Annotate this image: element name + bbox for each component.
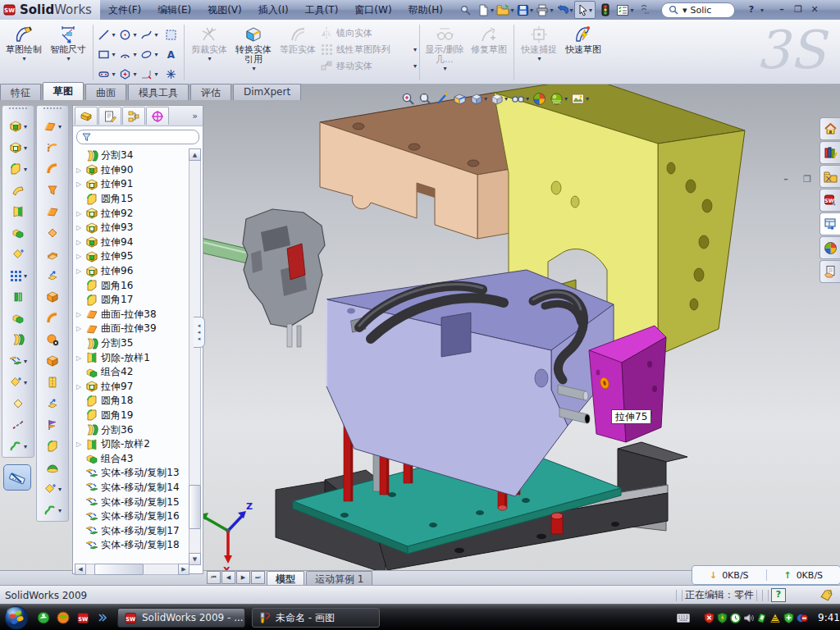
help-button[interactable]: ? (743, 3, 760, 16)
tree-item[interactable]: 分割34 (75, 148, 188, 163)
scroll-left-button[interactable]: ◀ (75, 564, 86, 575)
minimize-button[interactable]: – (774, 3, 790, 16)
dropdown-caret-icon[interactable]: ▾ (252, 65, 255, 72)
select-cursor-icon[interactable]: ▾ (574, 1, 596, 19)
rib-icon[interactable] (6, 286, 30, 308)
doc-minimize-button[interactable]: – (778, 173, 794, 186)
vertical-scroll-thumb[interactable] (189, 485, 201, 529)
tree-item[interactable]: 实体-移动/复制15 (75, 495, 188, 509)
rebuild-icon[interactable] (596, 2, 615, 18)
search-dropdown-icon[interactable]: ▾ (682, 5, 687, 16)
swept-boss-icon[interactable] (6, 180, 30, 201)
tree-item[interactable]: 实体-移动/复制13 (75, 466, 188, 481)
tree-item[interactable]: ▷切除-放样2 (75, 437, 188, 452)
horizontal-scroll-thumb[interactable] (94, 564, 144, 575)
lofted-boss-icon[interactable] (6, 201, 30, 222)
scroll-up-button[interactable]: ▲ (189, 148, 201, 161)
tab-模具工具[interactable]: 模具工具 (128, 84, 189, 100)
menu-item[interactable]: 编辑(E) (149, 2, 199, 19)
tree-item[interactable]: 实体-移动/复制14 (75, 481, 188, 495)
ellipse-sketch-icon[interactable]: ▾ (139, 44, 160, 64)
spline-sketch-icon[interactable]: ▾ (139, 25, 160, 44)
volume-icon[interactable] (743, 613, 754, 623)
appearances-scenes-icon[interactable] (819, 236, 840, 259)
tree-item[interactable]: 圆角18 (75, 394, 188, 409)
thicken-icon[interactable] (40, 414, 65, 436)
keyboard-icon[interactable] (677, 614, 690, 623)
tab-nav-3[interactable]: ⏭ (251, 571, 265, 584)
boundary-boss-icon[interactable] (6, 222, 30, 244)
edit-appearance-icon[interactable] (532, 91, 547, 107)
sketch-pencil-button[interactable]: 草图绘制▾ (2, 21, 46, 84)
slot-sketch-icon[interactable]: ▾ (96, 64, 117, 84)
tab-评估[interactable]: 评估 (190, 84, 231, 100)
antivirus-icon[interactable] (704, 612, 714, 623)
curve-tool-icon[interactable]: ▾ (40, 500, 65, 521)
toolbar-grip-handle[interactable] (43, 107, 62, 114)
tree-item[interactable]: ▷拉伸97 (75, 380, 188, 395)
tree-item[interactable]: 实体-移动/复制16 (75, 509, 188, 524)
pin-icon[interactable] (456, 2, 476, 18)
tree-item[interactable]: ▷切除-放样1 (75, 350, 188, 365)
circle-sketch-icon[interactable]: ▾ (117, 25, 139, 44)
expand-arrow-icon[interactable]: ▷ (75, 210, 83, 217)
network-warning-icon[interactable] (769, 613, 781, 623)
close-button[interactable]: ✕ (806, 3, 823, 16)
model-tab-2[interactable]: 运动算例 1 (306, 571, 372, 586)
tree-filter-input[interactable] (76, 130, 199, 144)
menu-item[interactable]: 文件(F) (100, 2, 149, 19)
restore-button[interactable]: ❐ (790, 3, 806, 16)
dropdown-caret-icon[interactable]: ▾ (22, 55, 25, 62)
extruded-cut-icon[interactable]: ▾ (6, 137, 30, 158)
move-face-icon[interactable] (40, 265, 65, 286)
tree-item[interactable]: ▷拉伸93 (75, 221, 188, 235)
tab-DimXpert[interactable]: DimXpert (233, 84, 301, 100)
search-input[interactable]: ▾ Solic (661, 2, 735, 18)
doc-restore-button[interactable]: ❐ (799, 173, 815, 186)
rapid-sketch-button[interactable]: 快速草图 (561, 21, 605, 84)
dropdown-caret-icon[interactable]: ▾ (413, 46, 417, 53)
tree-item[interactable]: 组合43 (75, 451, 188, 466)
smart-dimension-button[interactable]: 智能尺寸▾ (46, 21, 90, 84)
display-style-icon[interactable]: ▾ (490, 92, 509, 107)
tree-item[interactable]: 分割35 (75, 336, 188, 351)
expand-arrow-icon[interactable]: ▷ (75, 354, 83, 362)
tree-item[interactable]: ▷曲面-拉伸39 (75, 322, 188, 336)
axis-icon[interactable] (6, 414, 30, 436)
linear-pattern-icon[interactable]: ▾ (6, 265, 30, 286)
property-manager-icon[interactable] (98, 107, 121, 125)
tab-草图[interactable]: 草图 (43, 82, 84, 100)
zoom-fit-icon[interactable] (400, 91, 416, 107)
tab-特征[interactable]: 特征 (0, 84, 41, 100)
planar-surface-icon[interactable] (40, 222, 65, 244)
boundary-surface-icon[interactable] (40, 201, 65, 222)
surface-revolve-icon[interactable] (40, 137, 65, 158)
feature-wizard-icon[interactable] (6, 244, 30, 265)
surface-sweep-icon[interactable] (40, 158, 65, 180)
tree-item[interactable]: ▷拉伸90 (75, 163, 188, 178)
combine-icon[interactable] (6, 308, 30, 329)
tree-item[interactable]: 圆角16 (75, 278, 188, 293)
print-icon[interactable]: ▾ (535, 2, 555, 18)
tree-item[interactable]: 圆角19 (75, 409, 188, 423)
open-file-icon[interactable]: ▾ (495, 2, 515, 18)
tree-item[interactable]: 分割36 (75, 422, 188, 437)
polygon-sketch-icon[interactable]: ▾ (117, 64, 139, 84)
menu-item[interactable]: 窗口(W) (346, 2, 399, 19)
toolbox-icon[interactable]: SW (819, 189, 840, 212)
taskbar-window-1[interactable]: SWSolidWorks 2009 - ... (117, 608, 245, 628)
offset-surface-icon[interactable] (40, 244, 65, 265)
graphics-area[interactable]: Y Z X ▾▾▾▾▾ ▾▾▾▾▾▾▾ ▾▾▾ » 分割34▷拉伸90▷拉伸91… (0, 84, 840, 570)
panel-tabs-overflow[interactable]: » (192, 111, 198, 121)
expand-arrow-icon[interactable]: ▷ (75, 325, 83, 332)
tab-曲面[interactable]: 曲面 (85, 84, 126, 100)
tree-item[interactable]: ▷拉伸91 (75, 177, 188, 192)
menu-item[interactable]: 帮助(H) (400, 2, 451, 19)
new-file-icon[interactable]: ▾ (476, 2, 495, 18)
start-button[interactable] (4, 605, 29, 630)
scroll-down-button[interactable]: ▼ (189, 553, 201, 565)
tree-item[interactable]: 组合42 (75, 365, 188, 380)
toolbar-grip-handle[interactable] (9, 107, 27, 114)
dropdown-caret-icon[interactable]: ▾ (443, 65, 446, 72)
fillet-icon[interactable]: ▾ (6, 158, 30, 180)
